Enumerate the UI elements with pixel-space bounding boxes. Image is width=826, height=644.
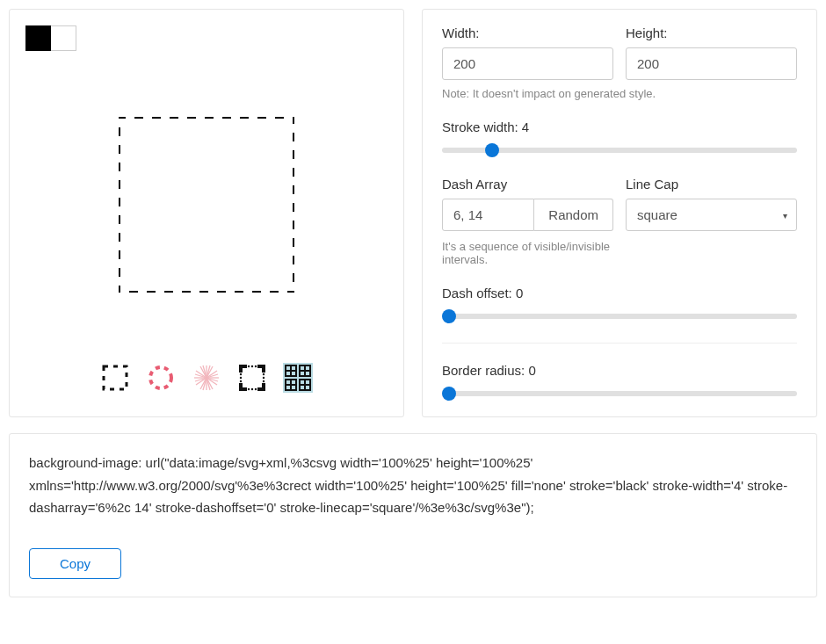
preset-dashed-square[interactable]	[100, 363, 130, 393]
svg-point-32	[263, 377, 264, 379]
dash-array-input[interactable]	[442, 199, 534, 231]
svg-rect-34	[283, 363, 313, 393]
color-swatch-secondary[interactable]	[51, 25, 76, 51]
svg-point-26	[251, 388, 253, 390]
preset-row	[25, 363, 388, 393]
preset-dashed-circle[interactable]	[146, 363, 176, 393]
dash-offset-label: Dash offset: 0	[442, 286, 523, 300]
svg-point-27	[255, 388, 257, 390]
width-input[interactable]	[442, 47, 613, 80]
random-button[interactable]: Random	[534, 199, 613, 231]
line-cap-select[interactable]: square	[626, 199, 797, 231]
svg-point-33	[263, 380, 264, 382]
preset-grid[interactable]	[283, 363, 313, 393]
svg-point-28	[240, 373, 242, 375]
border-radius-slider[interactable]	[442, 387, 797, 401]
stroke-width-slider[interactable]	[442, 143, 797, 157]
height-label: Height:	[626, 25, 797, 40]
svg-point-31	[263, 373, 264, 375]
svg-point-22	[248, 365, 250, 367]
output-css[interactable]: background-image: url("data:image/svg+xm…	[29, 452, 797, 539]
stroke-width-label: Stroke width: 4	[442, 119, 529, 134]
controls-panel: Width: Height: Note: It doesn't impact o…	[422, 9, 817, 417]
svg-point-29	[240, 377, 242, 379]
svg-point-30	[240, 380, 242, 382]
preset-sunburst[interactable]	[192, 363, 221, 393]
dash-array-note: It's a sequence of visible/invisible int…	[442, 240, 613, 266]
width-label: Width:	[442, 25, 613, 40]
line-cap-label: Line Cap	[626, 177, 797, 192]
dash-array-label: Dash Array	[442, 177, 613, 192]
copy-button[interactable]: Copy	[29, 548, 121, 579]
svg-point-25	[248, 388, 250, 390]
svg-rect-0	[104, 366, 127, 389]
dash-offset-slider[interactable]	[442, 309, 797, 323]
line-cap-value: square	[637, 207, 677, 222]
preset-corners[interactable]	[237, 363, 267, 393]
preview-panel	[9, 9, 404, 417]
color-swatch-primary[interactable]	[25, 25, 51, 51]
preview-dashed-rect	[119, 117, 294, 293]
height-input[interactable]	[626, 47, 797, 80]
border-radius-label: Border radius: 0	[442, 363, 536, 378]
preview-area	[25, 104, 388, 306]
svg-point-24	[255, 365, 257, 367]
divider	[442, 343, 797, 344]
output-panel: background-image: url("data:image/svg+xm…	[9, 433, 817, 597]
svg-point-1	[150, 367, 171, 388]
size-note: Note: It doesn't impact on generated sty…	[442, 87, 797, 100]
svg-point-23	[251, 365, 253, 367]
color-swatches	[25, 25, 388, 51]
